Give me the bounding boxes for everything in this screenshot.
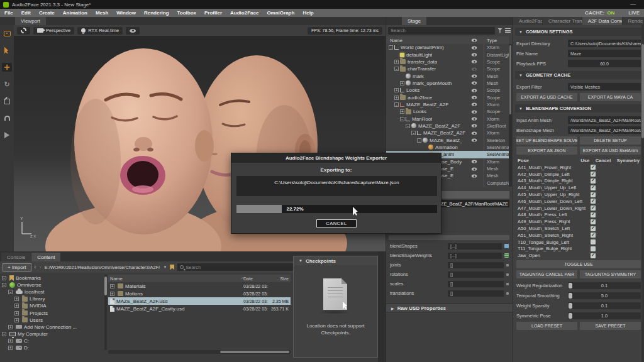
menu-item-file[interactable]: File: [4, 10, 13, 16]
stage-row[interactable]: -MAZE_BeatZ_A2FXform: [386, 129, 509, 136]
expander-icon[interactable]: +: [8, 339, 13, 343]
stage-row[interactable]: -World (defaultPrim)Xform: [386, 44, 509, 51]
use-checkbox[interactable]: [591, 165, 596, 170]
live-toggle[interactable]: LIVE: [628, 10, 640, 16]
expander-icon[interactable]: -: [406, 124, 410, 128]
stage-row[interactable]: -charTransferScope: [386, 65, 509, 72]
pose-row[interactable]: A48_Mouth_Press_Left: [513, 212, 644, 219]
save-preset-button[interactable]: SAVE PRESET: [580, 322, 641, 330]
file-row[interactable]: +Motions03/28/22 03:: [108, 290, 291, 297]
visibility-eye-icon[interactable]: [472, 110, 477, 113]
file-row[interactable]: MAZE_BeatZ_A2F_Cavity.usd03/28/22 03:263…: [108, 305, 291, 312]
stage-scrollbar-thumb[interactable]: [509, 45, 511, 114]
pose-row[interactable]: A41_Mouth_Frown_Right: [513, 164, 644, 171]
play-tool[interactable]: [2, 131, 12, 140]
back-chevron-icon[interactable]: ‹: [35, 264, 36, 270]
visibility-eye-icon[interactable]: [472, 89, 477, 92]
expander-icon[interactable]: -: [2, 332, 6, 336]
property-value-field[interactable]: []: [448, 262, 504, 268]
stage-row[interactable]: +LooksScope: [386, 87, 509, 94]
move-tool[interactable]: ✛: [2, 63, 12, 72]
file-row[interactable]: +Materials03/28/22 03:: [108, 282, 291, 290]
pose-row[interactable]: T10_Tongue_Bulge_Left: [513, 239, 644, 246]
pose-row[interactable]: T11_Tongue_Bulge_Right: [513, 246, 644, 253]
minimize-button[interactable]: —: [630, 1, 641, 8]
property-value-field[interactable]: []: [448, 272, 504, 278]
visibility-eye-icon[interactable]: [472, 53, 477, 56]
property-value-field[interactable]: []: [448, 290, 504, 297]
property-value-field[interactable]: []: [448, 281, 504, 287]
tree-item[interactable]: +C:: [0, 337, 104, 344]
expander-icon[interactable]: +: [14, 311, 19, 315]
tree-item[interactable]: +Add New Connection ...: [0, 324, 104, 331]
visibility-button[interactable]: [126, 27, 140, 35]
slider-track[interactable]: 1.0: [568, 312, 641, 319]
stage-row[interactable]: +AnimationSkelAnimation: [386, 144, 509, 151]
load-preset-button[interactable]: LOAD PRESET: [516, 322, 577, 330]
tree-item[interactable]: +NVIDIA: [0, 302, 104, 309]
export-maya-cache-button[interactable]: EXPORT AS MAYA CA: [580, 93, 641, 101]
breadcrumb[interactable]: E:/WORK/2021/Reallusion/Omniverse/Charac…: [45, 265, 160, 270]
right-panel-scrollbar[interactable]: [641, 25, 644, 362]
expander-icon[interactable]: +: [14, 304, 19, 308]
visibility-eye-icon[interactable]: [472, 82, 477, 85]
tree-item[interactable]: +Users: [0, 317, 104, 324]
export-as-json-button[interactable]: EXPORT AS JSON: [516, 146, 577, 155]
slider-handle[interactable]: [569, 303, 572, 309]
stage-scrollbar[interactable]: [509, 44, 512, 187]
expander-icon[interactable]: -: [394, 102, 399, 107]
use-checkbox[interactable]: [591, 192, 596, 197]
import-button[interactable]: + Import: [3, 263, 31, 272]
stage-row[interactable]: -ManRootXform: [386, 115, 509, 122]
property-value-field[interactable]: [...]: [448, 243, 502, 250]
filter-icon[interactable]: [497, 28, 502, 33]
slider-handle[interactable]: [569, 283, 572, 288]
setup-blendshape-solve-button[interactable]: SET UP BLENDSHAPE SOLVE: [516, 136, 577, 145]
visibility-eye-icon[interactable]: [472, 103, 477, 106]
raw-usd-properties-section[interactable]: ▶ Raw USD Properties: [386, 304, 513, 312]
selection-box-tool[interactable]: [2, 29, 12, 38]
pose-row[interactable]: A45_Mouth_Upper_Up_Right: [513, 191, 644, 198]
visibility-eye-icon[interactable]: [472, 139, 477, 142]
expander-icon[interactable]: +: [394, 60, 399, 64]
stage-row[interactable]: -MAZE_BeatZ_Skeleton: [386, 136, 509, 143]
visibility-eye-icon[interactable]: [472, 167, 477, 170]
menu-item-window[interactable]: Window: [116, 10, 136, 16]
expander-icon[interactable]: -: [400, 117, 404, 121]
cancel-button[interactable]: CANCEL: [316, 219, 357, 228]
renderer-select-button[interactable]: RTX Real-time: [77, 27, 123, 35]
cache-state[interactable]: ON: [607, 10, 614, 16]
use-checkbox[interactable]: [591, 233, 596, 238]
tree-item[interactable]: +Projects: [0, 309, 104, 316]
pose-row[interactable]: A47_Mouth_Lower_Down_Right: [513, 205, 644, 212]
pose-row[interactable]: A44_Mouth_Upper_Up_Left: [513, 184, 644, 191]
use-checkbox[interactable]: [591, 239, 596, 244]
menu-item-toolbox[interactable]: Toolbox: [177, 10, 197, 16]
file-col-date[interactable]: Date: [243, 277, 269, 281]
use-checkbox[interactable]: [591, 199, 596, 204]
slider-handle[interactable]: [569, 293, 572, 299]
use-checkbox[interactable]: [591, 246, 596, 251]
expander-icon[interactable]: -: [411, 131, 416, 135]
menu-item-rendering[interactable]: Rendering: [144, 10, 169, 16]
right-scrollbar-thumb[interactable]: [641, 44, 644, 138]
expander-icon[interactable]: -: [8, 290, 13, 294]
use-checkbox[interactable]: [591, 206, 596, 211]
blendshape-conversion-header[interactable]: ▼BLENDSHAPE CONVERSION: [515, 104, 642, 112]
options-menu-icon[interactable]: [505, 28, 511, 33]
pose-row[interactable]: A43_Mouth_Dimple_Right: [513, 178, 644, 185]
expander-icon[interactable]: -: [417, 138, 421, 143]
visibility-eye-icon[interactable]: [472, 46, 477, 49]
slider-track[interactable]: 5.0: [568, 292, 641, 299]
stage-row[interactable]: -MAZE_BeatZ_A2FSkelRoot: [386, 123, 509, 129]
use-checkbox[interactable]: [591, 178, 596, 184]
visibility-eye-icon[interactable]: [472, 124, 477, 128]
export-usd-cache-button[interactable]: EXPORT AS USD CACHE: [516, 93, 577, 101]
input-anim-mesh-field[interactable]: /World/MAZE_BeatZ_A2F/ManRoot/M: [568, 116, 641, 124]
hscrollbar-thumb[interactable]: [220, 351, 289, 353]
menu-item-help[interactable]: Help: [303, 10, 313, 16]
expander-icon[interactable]: +: [14, 297, 19, 301]
use-checkbox[interactable]: [591, 185, 596, 190]
stage-row[interactable]: +mark_openMouthMesh: [386, 80, 509, 87]
file-col-size[interactable]: Size: [269, 277, 289, 281]
